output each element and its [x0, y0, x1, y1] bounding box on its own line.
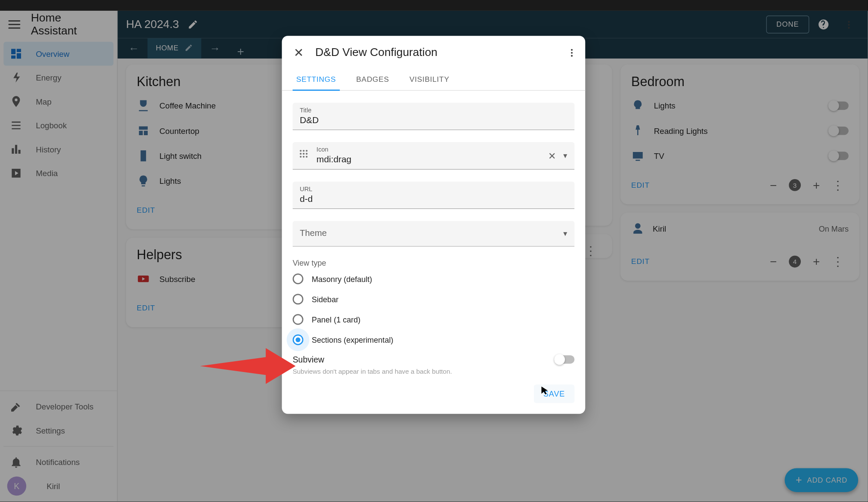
section-heading: View type — [293, 259, 575, 268]
subview-label: Subview — [293, 355, 324, 364]
modal-title: D&D View Configuration — [315, 46, 437, 59]
field-value: D&D — [300, 114, 567, 125]
radio-icon — [293, 335, 304, 345]
tab-visibility[interactable]: VISIBILITY — [406, 69, 453, 90]
radio-sidebar[interactable]: Sidebar — [293, 294, 575, 304]
subview-toggle[interactable] — [554, 355, 574, 363]
radio-label: Sections (experimental) — [312, 335, 393, 344]
title-field[interactable]: Title D&D — [293, 103, 575, 130]
save-button[interactable]: SAVE — [534, 384, 574, 403]
field-label: Icon — [316, 146, 567, 153]
field-label: Theme — [300, 225, 567, 242]
tab-badges[interactable]: BADGES — [353, 69, 393, 90]
radio-icon — [293, 273, 304, 284]
radio-icon — [293, 294, 304, 304]
subview-help: Subviews don't appear in tabs and have a… — [293, 368, 575, 375]
theme-field[interactable]: Theme ▼ — [293, 221, 575, 247]
chevron-down-icon[interactable]: ▼ — [562, 230, 568, 237]
radio-label: Sidebar — [312, 294, 338, 304]
icon-field[interactable]: Icon mdi:drag ✕ ▼ — [293, 142, 575, 170]
drag-icon — [300, 149, 310, 160]
view-config-modal: ✕ D&D View Configuration SETTINGS BADGES… — [282, 36, 586, 414]
radio-masonry[interactable]: Masonry (default) — [293, 273, 575, 284]
radio-icon — [293, 314, 304, 325]
field-label: Title — [300, 106, 567, 114]
radio-label: Masonry (default) — [312, 274, 372, 283]
radio-label: Panel (1 card) — [312, 315, 360, 324]
clear-icon[interactable]: ✕ — [548, 150, 556, 161]
radio-sections[interactable]: Sections (experimental) — [293, 335, 575, 345]
url-field[interactable]: URL d-d — [293, 182, 575, 209]
radio-panel[interactable]: Panel (1 card) — [293, 314, 575, 325]
tab-settings[interactable]: SETTINGS — [293, 69, 340, 91]
field-label: URL — [300, 185, 567, 192]
close-icon[interactable]: ✕ — [290, 44, 307, 61]
field-value: mdi:drag — [316, 153, 567, 164]
overflow-icon[interactable] — [566, 47, 577, 58]
chevron-down-icon[interactable]: ▼ — [562, 152, 568, 159]
field-value: d-d — [300, 192, 567, 204]
